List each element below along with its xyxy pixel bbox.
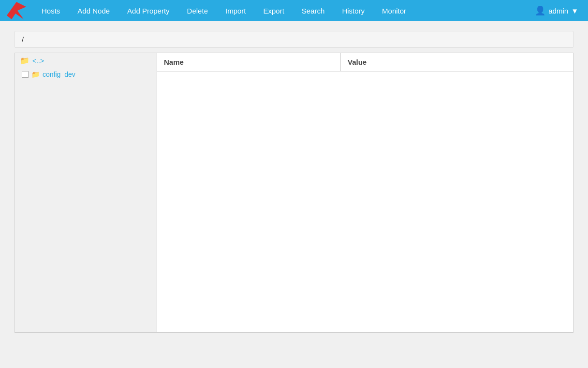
nav-hosts[interactable]: Hosts: [33, 0, 69, 21]
nav-import[interactable]: Import: [217, 0, 255, 21]
nav-menu: Hosts Add Node Add Property Delete Impor…: [33, 0, 530, 21]
svg-marker-0: [7, 2, 26, 19]
navbar: Hosts Add Node Add Property Delete Impor…: [0, 0, 588, 21]
breadcrumb-path: /: [22, 35, 24, 43]
nav-search[interactable]: Search: [293, 0, 334, 21]
app-logo[interactable]: [5, 1, 28, 20]
column-header-value: Value: [341, 53, 573, 71]
nav-history[interactable]: History: [333, 0, 373, 21]
folder-icon: 📁: [20, 56, 29, 65]
tree-root-item[interactable]: 📁 <..>: [15, 53, 157, 68]
main-content: 📁 <..> 📁 config_dev Name Value: [15, 53, 573, 333]
user-dropdown-icon: ▼: [571, 7, 578, 15]
tree-root-label: <..>: [32, 57, 44, 65]
folder-icon: 📁: [31, 71, 40, 78]
nav-monitor[interactable]: Monitor: [373, 0, 415, 21]
breadcrumb: /: [15, 31, 573, 48]
tree-item-label: config_dev: [43, 71, 75, 78]
property-table-panel: Name Value: [157, 53, 573, 333]
column-header-name: Name: [157, 53, 341, 71]
nav-add-node[interactable]: Add Node: [69, 0, 118, 21]
user-menu[interactable]: 👤 admin ▼: [530, 5, 583, 16]
nav-export[interactable]: Export: [254, 0, 293, 21]
tree-item-checkbox[interactable]: [22, 71, 29, 78]
table-header: Name Value: [157, 53, 573, 71]
tree-panel: 📁 <..> 📁 config_dev: [15, 53, 157, 333]
table-body: [157, 71, 573, 313]
user-avatar-icon: 👤: [535, 5, 545, 16]
nav-add-property[interactable]: Add Property: [118, 0, 178, 21]
nav-delete[interactable]: Delete: [178, 0, 217, 21]
tree-item-config-dev[interactable]: 📁 config_dev: [15, 68, 157, 81]
username-label: admin: [548, 7, 568, 15]
